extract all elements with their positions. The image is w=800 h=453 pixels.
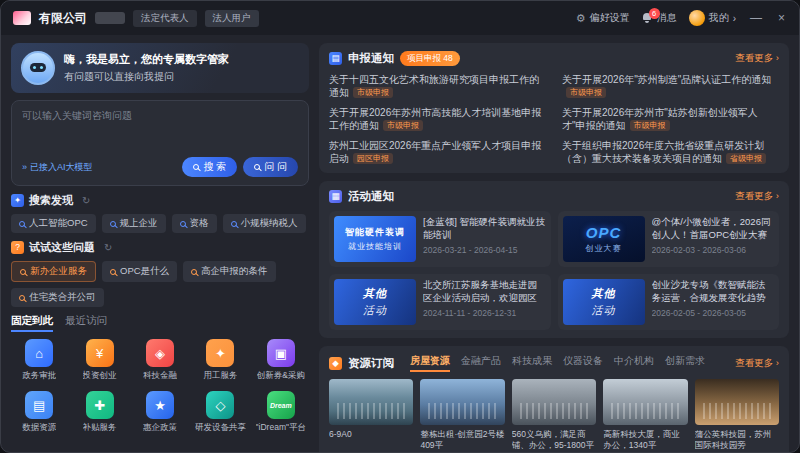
app-shortcut[interactable]: ◇研发设备共享 xyxy=(192,391,248,434)
tab-innovation-needs[interactable]: 创新需求 xyxy=(665,354,705,368)
search-icon xyxy=(193,164,199,170)
questions-header: ? 试试这些问题 ↻ xyxy=(11,240,309,255)
app-shortcut[interactable]: ✦用工服务 xyxy=(192,339,248,382)
refresh-icon[interactable]: ↻ xyxy=(104,242,112,253)
notice-level-tag: 市级申报 xyxy=(383,120,423,131)
tab-instruments[interactable]: 仪器设备 xyxy=(563,354,603,368)
activity-item[interactable]: 智能硬件装调 就业技能培训 [金蓝领] 智能硬件装调就业技能培训 2026-03… xyxy=(329,211,551,267)
banner-text: 其他 xyxy=(592,286,616,301)
tag-label: 小规模纳税人 xyxy=(241,217,298,230)
activity-info: @个体/小微创业者，2026同创人人！首届OPC创业大赛报名通道已开启 2026… xyxy=(652,216,775,262)
profile-button[interactable]: 我的 › xyxy=(689,10,736,26)
question-tag[interactable]: 高企申报的条件 xyxy=(183,261,276,282)
resource-card[interactable]: 整栋出租·创意园2号楼409平 xyxy=(420,379,504,451)
banner-text: 创业大赛 xyxy=(586,243,622,254)
app-shortcut[interactable]: ▤数据资源 xyxy=(11,391,67,434)
discover-tag[interactable]: 人工智能OPC xyxy=(11,214,96,233)
activity-notices-card: ▦ 活动通知 查看更多 › 智能硬件装调 就业技能培训 [金蓝领] 智能硬件装调… xyxy=(319,181,789,338)
activities-title: 活动通知 xyxy=(348,189,394,204)
resource-cards: 6-9A0 整栋出租·创意园2号楼409平 560义乌购，满足商铺、办公，95-… xyxy=(329,379,779,451)
app-shortcut[interactable]: ✚补贴服务 xyxy=(71,391,127,434)
notice-item[interactable]: 关于开展2026年苏州市"姑苏创新创业领军人才"申报的通知市级申报 xyxy=(562,106,779,132)
discover-tag[interactable]: 规上企业 xyxy=(102,214,166,233)
notices-more-link[interactable]: 查看更多 › xyxy=(735,52,779,65)
tab-legal-representative[interactable]: 法定代表人 xyxy=(133,10,197,27)
apps-tabs: 固定到此 最近访问 xyxy=(11,314,309,332)
close-button[interactable]: × xyxy=(776,11,787,25)
settings-button[interactable]: ⚙ 偏好设置 xyxy=(576,11,630,25)
property-caption: 6-9A0 xyxy=(329,429,413,440)
gear-icon: ⚙ xyxy=(576,12,586,25)
activity-item[interactable]: 其他 活动 创业沙龙专场《数智赋能法务运营，合规发展变化趋势关注》 2026-0… xyxy=(558,274,780,330)
app-label: 数据资源 xyxy=(22,422,56,434)
notice-item[interactable]: 苏州工业园区2026年重点产业领军人才项目申报启动园区申报 xyxy=(329,139,546,165)
activities-more-link[interactable]: 查看更多 › xyxy=(735,190,779,203)
app-icon: ⌂ xyxy=(25,339,53,367)
tab-housing-resources[interactable]: 房屋资源 xyxy=(410,354,450,372)
property-photo xyxy=(329,379,413,425)
property-photo xyxy=(420,379,504,425)
activity-date: 2026-03-21 - 2026-04-15 xyxy=(423,245,546,255)
tab-intermediaries[interactable]: 中介机构 xyxy=(614,354,654,368)
tag-label: 规上企业 xyxy=(120,217,158,230)
resource-card[interactable]: 高新科技大厦，商业办公，1340平 xyxy=(603,379,687,451)
property-photo xyxy=(512,379,596,425)
search-icon xyxy=(180,221,186,227)
app-icon: ✚ xyxy=(86,391,114,419)
resources-title: 资源订阅 xyxy=(348,356,394,371)
activities-list: 智能硬件装调 就业技能培训 [金蓝领] 智能硬件装调就业技能培训 2026-03… xyxy=(329,211,779,330)
activity-item[interactable]: 其他 活动 北交所江苏服务基地走进园区企业活动启动，欢迎园区企业预约来访！ 20… xyxy=(329,274,551,330)
discover-tag[interactable]: 小规模纳税人 xyxy=(223,214,306,233)
app-icon: ★ xyxy=(146,391,174,419)
question-tag[interactable]: 新办企业服务 xyxy=(11,261,96,282)
app-shortcut[interactable]: Dream"iDream"平台 xyxy=(253,391,309,434)
notices-title: 申报通知 xyxy=(348,51,394,66)
notice-title: 关于开展2026年"苏州制造"品牌认证工作的通知 xyxy=(562,74,771,85)
notice-item[interactable]: 关于开展2026年"苏州制造"品牌认证工作的通知市级申报 xyxy=(562,73,779,99)
settings-label: 偏好设置 xyxy=(590,11,630,25)
tab-corporate-user[interactable]: 法人用户 xyxy=(205,10,259,27)
tab-recent[interactable]: 最近访问 xyxy=(65,314,107,328)
activity-item[interactable]: OPC 创业大赛 @个体/小微创业者，2026同创人人！首届OPC创业大赛报名通… xyxy=(558,211,780,267)
discover-header: ✦ 搜索发现 ↻ xyxy=(11,193,309,208)
notice-item[interactable]: 关于开展2026年苏州市高技能人才培训基地申报工作的通知市级申报 xyxy=(329,106,546,132)
resource-card[interactable]: 6-9A0 xyxy=(329,379,413,451)
app-icon: Dream xyxy=(267,391,295,419)
discover-tag[interactable]: 资格 xyxy=(172,214,217,233)
ask-button[interactable]: 问 问 xyxy=(243,157,298,177)
app-icon: ◇ xyxy=(206,391,234,419)
refresh-icon[interactable]: ↻ xyxy=(82,195,90,206)
app-shortcut[interactable]: ★惠企政策 xyxy=(132,391,188,434)
activity-icon: ▦ xyxy=(329,190,342,203)
notices-list: 关于十四五文化艺术和旅游研究项目申报工作的通知市级申报 关于开展2026年"苏州… xyxy=(329,73,779,165)
tab-pinned[interactable]: 固定到此 xyxy=(11,314,53,332)
resource-card[interactable]: 蒲公英科技园，苏州国际科技园旁 xyxy=(695,379,779,451)
search-icon xyxy=(191,269,197,275)
chat-icon xyxy=(254,164,260,170)
app-shortcut[interactable]: ▣创新券&采购 xyxy=(253,339,309,382)
messages-button[interactable]: 6 消息 xyxy=(642,11,677,25)
app-label: 科技金融 xyxy=(143,370,177,382)
tab-financial-products[interactable]: 金融产品 xyxy=(461,354,501,368)
question-input[interactable] xyxy=(22,110,298,121)
minimize-button[interactable]: — xyxy=(748,11,764,25)
double-arrow-icon: » xyxy=(22,162,27,172)
question-tag[interactable]: 住宅类合并公司 xyxy=(11,288,104,307)
notice-title: 关于开展2026年苏州市高技能人才培训基地申报工作的通知 xyxy=(329,107,541,131)
declaration-notices-card: ▤ 申报通知 项目申报 48 查看更多 › 关于十四五文化艺术和旅游研究项目申报… xyxy=(319,43,789,173)
app-shortcut[interactable]: ¥投资创业 xyxy=(71,339,127,382)
app-icon: ▤ xyxy=(25,391,53,419)
app-shortcut[interactable]: ⌂政务审批 xyxy=(11,339,67,382)
app-shortcut[interactable]: ◈科技金融 xyxy=(132,339,188,382)
notice-item[interactable]: 关于十四五文化艺术和旅游研究项目申报工作的通知市级申报 xyxy=(329,73,546,99)
resources-more-link[interactable]: 查看更多 › xyxy=(735,357,779,370)
search-button[interactable]: 搜 索 xyxy=(182,157,237,177)
input-card-footer: » 已接入AI大模型 搜 索 问 问 xyxy=(22,157,298,177)
main-content: 嗨，我是易立，您的专属数字管家 有问题可以直接向我提问 » 已接入AI大模型 搜… xyxy=(1,35,799,452)
resource-card[interactable]: 560义乌购，满足商铺、办公，95-1800平 xyxy=(512,379,596,451)
notice-item[interactable]: 关于组织申报2026年度六批省级重点研发计划（含）重大技术装备攻关项目的通知省级… xyxy=(562,139,779,165)
tab-tech-achievements[interactable]: 科技成果 xyxy=(512,354,552,368)
notices-header: ▤ 申报通知 项目申报 48 查看更多 › xyxy=(329,51,779,66)
question-tag[interactable]: OPC是什么 xyxy=(102,261,177,282)
search-icon xyxy=(110,269,116,275)
